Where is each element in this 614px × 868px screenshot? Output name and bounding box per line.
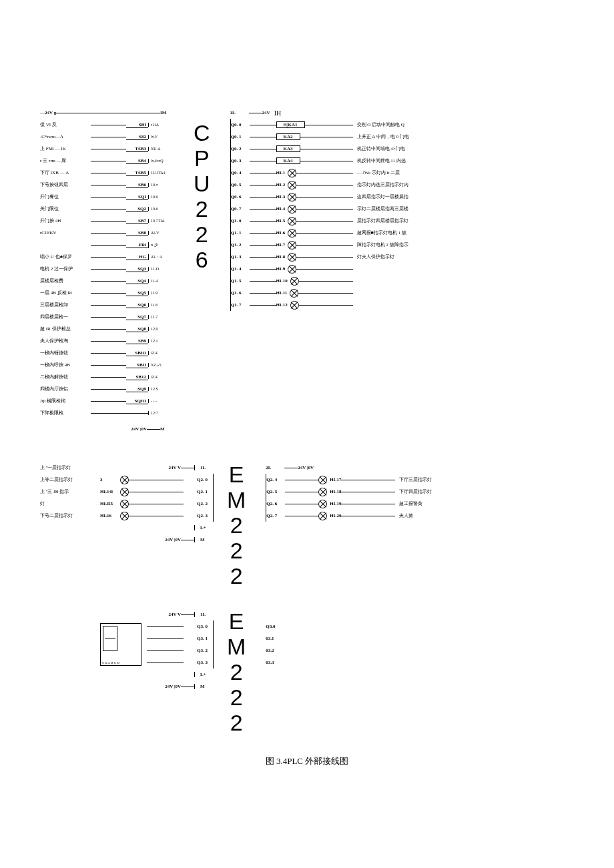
cpu-input-row: 下降极限检.12:7 bbox=[40, 407, 174, 419]
output-desc: 下厅三层指示灯 bbox=[399, 476, 452, 483]
cpu-input-row: 层楼层检费SQ411.4 bbox=[40, 275, 174, 287]
port-addr: 11.6 bbox=[148, 303, 174, 307]
port-addr: lv.V bbox=[148, 135, 174, 139]
lamp-icon bbox=[288, 181, 296, 189]
em-desc: 上 ''三 JB 指示 bbox=[40, 486, 100, 498]
input-desc: 超 IR 保护检总 bbox=[40, 326, 91, 332]
port-addr: 11.4 bbox=[148, 279, 174, 283]
output-desc: 边四层指示灯一层楼展指 bbox=[357, 193, 430, 200]
lamp-icon bbox=[318, 512, 327, 520]
cpu-output-row: Q0. 7HL4示灯二层楼层指两三层楼 bbox=[231, 203, 430, 215]
em2-right-row: 03.2 bbox=[266, 644, 332, 657]
em-left-row: HL16Q2. 3 bbox=[100, 510, 213, 522]
port-addr: 11-O bbox=[148, 267, 174, 271]
em-right-row: Q2. 4HL17下厅三层指示灯 bbox=[266, 474, 452, 486]
terminal-ref bbox=[126, 413, 148, 414]
terminal-ref: SB8 bbox=[126, 230, 148, 236]
cpu-left: —24V gIM 儇 VI 及SBIr11A-C*raπu—ΛS82lv.V上 … bbox=[40, 107, 174, 435]
m-label: M bbox=[194, 684, 214, 689]
cpu-output-row: Q1. 5HL10 bbox=[231, 275, 430, 287]
port-addr: 1U.JTA4 bbox=[148, 171, 174, 175]
text: 上等二层指示灯 bbox=[40, 476, 73, 483]
power-label: 24V V bbox=[168, 612, 181, 617]
terminal-ref: FRl bbox=[126, 242, 148, 248]
cpu-block-name: CPU226 bbox=[194, 120, 210, 272]
power-24v: 24V bbox=[262, 110, 270, 115]
lamp-ref: HL1 bbox=[276, 170, 286, 175]
lamp-ref: HL9 bbox=[276, 266, 286, 272]
em-right-row: Q2. 5HL18下厅四层指示灯 bbox=[266, 486, 452, 498]
lamp-ref: HL16 bbox=[100, 513, 120, 518]
lamp-icon bbox=[290, 301, 299, 310]
input-desc: 层楼层检费 bbox=[40, 278, 91, 284]
cpu-input-row: 超 IR 保护检总SQ812.0 bbox=[40, 323, 174, 335]
input-desc: 开门餐位 bbox=[40, 193, 91, 200]
output-addr: Q1. 7 bbox=[231, 302, 250, 308]
cpu-input-row: 上 FMi — IKTSB3XU.A bbox=[40, 143, 174, 155]
lamp-icon bbox=[290, 289, 298, 298]
output-desc: 障指示灯电机 2 故障指示 bbox=[357, 242, 430, 248]
cpu-output-row: Q1. 3HL8灯夫人保护指示灯 bbox=[231, 251, 430, 263]
cpu-output-row: Q0. 4HL1— JWe 示灯内 it 二层 bbox=[231, 167, 430, 179]
cpu-input-row: 下号按钮四层SB610.≡ bbox=[40, 179, 174, 191]
cpu-section: —24V gIM 儇 VI 及SBIr11A-C*raπu—ΛS82lv.V上 … bbox=[40, 107, 574, 435]
output-addr: Q0. 3 bbox=[231, 158, 250, 163]
port-addr: 10.6 bbox=[148, 195, 174, 199]
lamp-icon bbox=[120, 500, 129, 508]
output-addr: 03.2 bbox=[266, 648, 274, 653]
em-left-row: HL14lQ2. 1 bbox=[100, 486, 213, 498]
lamp-ref: HLl55 bbox=[100, 501, 120, 506]
terminal-ref: SQ8 bbox=[126, 326, 148, 332]
input-desc: 上 FMi — IK bbox=[40, 145, 91, 152]
cpu-input-row: rCIJfKVSB8Al-V bbox=[40, 227, 174, 239]
port-addr: r11A bbox=[148, 123, 174, 127]
terminal-ref: SB7 bbox=[126, 218, 148, 224]
input-desc: 一层 4B 反检 Rl bbox=[40, 290, 91, 296]
port-addr: n 少 bbox=[148, 242, 174, 248]
output-desc: 上升正 A 中间，电 0 门电 bbox=[357, 133, 430, 140]
cpu-input-row: 开门餐位SQI10.6 bbox=[40, 191, 174, 203]
terminal-ref: SBI bbox=[126, 122, 148, 128]
cpu-output-row: Q0. 2KA3机正特中间域电 4>门电 bbox=[231, 143, 430, 155]
output-addr: Q0. 0 bbox=[231, 122, 250, 127]
cpu-output-row: Q0. 5HL2指示灯内选三层指示灯内 bbox=[231, 179, 430, 191]
input-desc: 央人保护检淘 bbox=[40, 338, 91, 344]
lplus-label: L+ bbox=[194, 525, 214, 530]
terminal-ref: SQ6 bbox=[126, 302, 148, 308]
lamp-icon bbox=[288, 193, 296, 201]
relay-coil: KA3 bbox=[276, 145, 300, 152]
plc-wiring-diagram: —24V gIM 儇 VI 及SBIr11A-C*raπu—ΛS82lv.V上 … bbox=[40, 107, 574, 767]
output-addr: Q0. 2 bbox=[231, 146, 250, 151]
port-addr: lZ.4 bbox=[148, 375, 174, 379]
input-desc: 三层楼层检卸 bbox=[40, 302, 91, 308]
lamp-icon bbox=[288, 169, 296, 177]
output-addr: Q1. 4 bbox=[231, 266, 250, 272]
cpu-output-row: Q1. 1HL6超网报■指示灯电机 1 故 bbox=[231, 227, 430, 239]
input-desc: 一梭内呼按 4B bbox=[40, 362, 91, 368]
port-addr: - - - bbox=[148, 399, 174, 403]
terminal-ref: SQ3 bbox=[126, 266, 148, 272]
output-desc: 机反转中间鋰电 11 内选 bbox=[357, 157, 430, 164]
cpu-input-row: 一梭内呼按 4BSBIIXZ.«5 bbox=[40, 359, 174, 371]
input-desc: 儇 VI 及 bbox=[40, 121, 91, 128]
port-addr: XZ.«5 bbox=[148, 363, 174, 367]
terminal-ref: SQ2 bbox=[126, 206, 148, 212]
output-addr: Q2. 0 bbox=[184, 477, 213, 482]
relay-coil: KA4 bbox=[276, 157, 300, 164]
terminal-ref: TSB5 bbox=[126, 170, 148, 176]
terminal-ref: SQ5 bbox=[126, 290, 148, 296]
power-label: 24V |0V bbox=[131, 426, 147, 432]
input-desc: 四层楼层检一 bbox=[40, 314, 91, 320]
output-addr: 03.3 bbox=[266, 660, 274, 665]
cpu-output-row: Q1. 6HL11 bbox=[231, 287, 430, 299]
output-desc: — JWe 示灯内 it 二层 bbox=[357, 169, 430, 176]
terminal-ref: SQ7 bbox=[126, 314, 148, 320]
output-addr: Q0. 5 bbox=[231, 182, 250, 187]
output-addr: Q3. 1 bbox=[184, 636, 213, 641]
em-desc: 上 ''一层指示灯 bbox=[40, 462, 100, 474]
terminal-ref: TSB3 bbox=[126, 146, 148, 152]
lamp-icon bbox=[288, 217, 296, 226]
output-addr: Q0. 1 bbox=[231, 134, 250, 139]
lamp-ref: HL4 bbox=[276, 206, 286, 211]
cpu-input-row: 一层 4B 反检 RlSQ511.9 bbox=[40, 287, 174, 299]
